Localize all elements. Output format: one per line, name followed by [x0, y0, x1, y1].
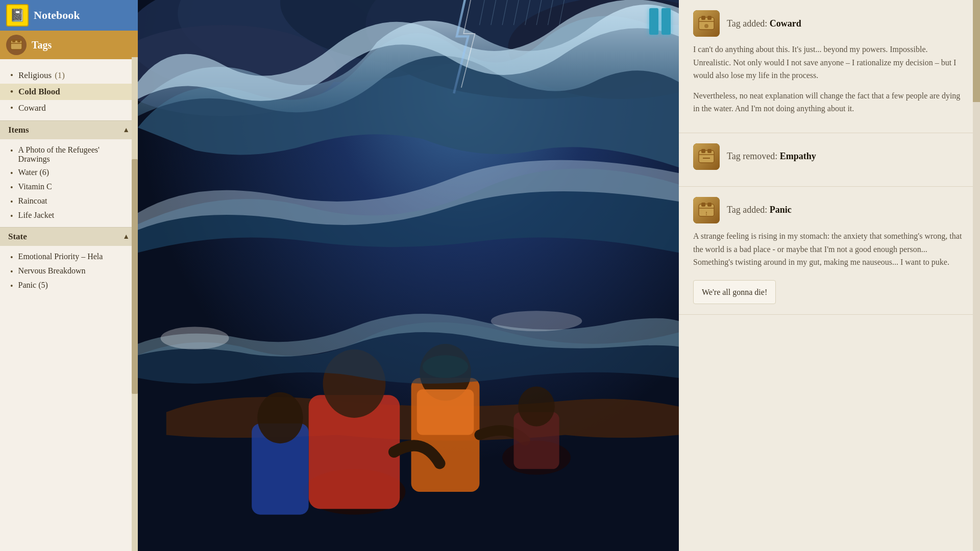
sidebar-scrollbar-thumb[interactable]	[132, 159, 138, 394]
svg-point-37	[704, 24, 708, 28]
pause-bar-right	[662, 8, 671, 35]
sidebar-scrollbar[interactable]	[132, 57, 138, 551]
svg-rect-39	[701, 149, 705, 153]
svg-rect-45	[707, 203, 712, 207]
right-scrollbar-thumb[interactable]	[973, 0, 980, 102]
items-section-header[interactable]: Items ▲	[0, 121, 138, 139]
list-item[interactable]: Water (6)	[0, 166, 138, 180]
svg-rect-2	[17, 39, 20, 42]
svg-rect-44	[701, 203, 705, 207]
quote-text: We're all gonna die!	[702, 288, 767, 296]
entry-tag-label-empathy: Tag removed: Empathy	[727, 151, 816, 162]
item-photo: A Photo of the Refugees' Drawings	[18, 145, 128, 164]
tags-header[interactable]: Tags	[0, 31, 138, 59]
items-label: Items	[8, 125, 29, 135]
state-section-header[interactable]: State ▲	[0, 228, 138, 246]
item-raincoat: Raincoat	[18, 196, 47, 206]
tags-list: Religious (1) Cold Blood Coward	[0, 59, 138, 121]
entry-text-coward: I can't do anything about this. It's jus…	[693, 43, 966, 115]
game-view: 15 February 2020 Whatever happens, I'll …	[138, 0, 679, 551]
notebook-header: 📓 Notebook	[0, 0, 138, 31]
list-item[interactable]: Vitamin C	[0, 180, 138, 194]
list-item[interactable]: Panic (5)	[0, 279, 138, 293]
svg-point-23	[257, 392, 303, 443]
svg-rect-26	[417, 389, 474, 435]
svg-point-32	[491, 311, 582, 331]
entry-icon-empathy	[693, 143, 720, 170]
item-vitc: Vitamin C	[18, 182, 52, 191]
item-lifejacket: Life Jacket	[18, 211, 55, 220]
list-item[interactable]: Life Jacket	[0, 209, 138, 223]
items-arrow-icon: ▲	[122, 126, 130, 134]
scene-art	[138, 0, 679, 551]
tag-religious-count: (1)	[55, 70, 65, 81]
tag-religious[interactable]: Religious (1)	[0, 67, 138, 84]
svg-point-30	[518, 387, 554, 427]
quote-box: We're all gonna die!	[693, 280, 776, 305]
state-emotional-priority: Emotional Priority – Hela	[18, 252, 103, 261]
item-water: Water (6)	[18, 168, 49, 177]
svg-rect-38	[699, 151, 714, 163]
state-arrow-icon: ▲	[122, 233, 130, 241]
tag-coward-label: Coward	[18, 103, 46, 113]
tag-cold-blood-label: Cold Blood	[18, 87, 60, 97]
notebook-icon: 📓	[6, 4, 29, 27]
entry-header-coward: Tag added: Coward	[693, 10, 966, 37]
pause-bar-left	[649, 8, 658, 35]
entry-tag-label-coward: Tag added: Coward	[727, 18, 801, 29]
entry-text-panic: A strange feeling is rising in my stomac…	[693, 230, 966, 304]
journal-entry-coward: Tag added: Coward I can't do anything ab…	[679, 0, 980, 133]
right-scrollbar[interactable]	[973, 0, 980, 551]
state-panic: Panic (5)	[18, 281, 48, 290]
state-nervous-breakdown: Nervous Breakdown	[18, 266, 86, 276]
svg-text:!: !	[705, 211, 707, 216]
entry-icon-panic: !	[693, 197, 720, 223]
list-item[interactable]: Nervous Breakdown	[0, 264, 138, 279]
journal-entry-empathy: Tag removed: Empathy	[679, 133, 980, 187]
entry-header-panic: ! Tag added: Panic	[693, 197, 966, 223]
tag-coward[interactable]: Coward	[0, 100, 138, 116]
svg-rect-1	[12, 39, 15, 42]
entry-header-empathy: Tag removed: Empathy	[693, 143, 966, 170]
list-item[interactable]: Emotional Priority – Hela	[0, 250, 138, 264]
entry-tag-label-panic: Tag added: Panic	[727, 205, 792, 215]
state-section: State ▲ Emotional Priority – Hela Nervou…	[0, 228, 138, 297]
tag-religious-label: Religious	[18, 70, 52, 81]
sidebar: 📓 Notebook Tags Religious (1) Cold Blood…	[0, 0, 138, 551]
items-list: A Photo of the Refugees' Drawings Water …	[0, 139, 138, 227]
list-item[interactable]: A Photo of the Refugees' Drawings	[0, 143, 138, 166]
state-label: State	[8, 232, 27, 242]
tag-cold-blood[interactable]: Cold Blood	[0, 84, 138, 100]
state-list: Emotional Priority – Hela Nervous Breakd…	[0, 246, 138, 297]
svg-rect-35	[707, 16, 712, 20]
list-item[interactable]: Raincoat	[0, 194, 138, 209]
notebook-title: Notebook	[34, 9, 80, 22]
entry-icon-coward	[693, 10, 720, 37]
svg-point-31	[161, 327, 229, 349]
journal-panel: Tag added: Coward I can't do anything ab…	[679, 0, 980, 551]
svg-rect-40	[707, 149, 712, 153]
svg-rect-34	[701, 16, 705, 20]
journal-entry-panic: ! Tag added: Panic A strange feeling is …	[679, 187, 980, 315]
tags-icon	[6, 35, 27, 55]
pause-button[interactable]	[649, 8, 671, 35]
tags-title: Tags	[32, 39, 52, 51]
items-section: Items ▲ A Photo of the Refugees' Drawing…	[0, 121, 138, 228]
